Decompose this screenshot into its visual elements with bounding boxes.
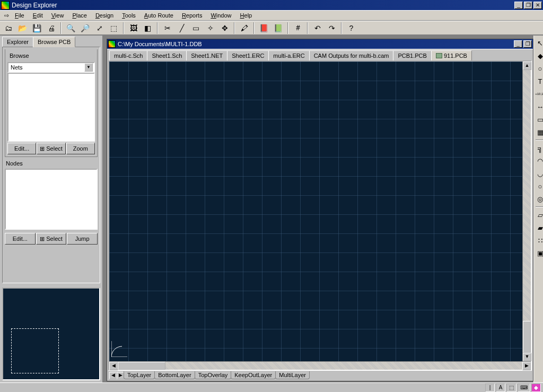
scroll-down-icon[interactable]: ▼ xyxy=(523,353,531,361)
cut-icon[interactable]: ✂ xyxy=(161,22,173,34)
arc-cw-icon[interactable]: ◡ xyxy=(535,168,544,179)
save-icon[interactable]: 💾 xyxy=(31,22,43,34)
zoom-fit-icon[interactable]: ⤢ xyxy=(93,22,106,34)
via-icon[interactable]: ◎ xyxy=(535,194,544,204)
menu-chevron-icon[interactable]: ⇨ xyxy=(2,12,11,19)
lib-icon[interactable]: 📕 xyxy=(258,22,270,34)
dropdown-arrow-icon[interactable]: ▼ xyxy=(84,63,93,72)
pad-icon[interactable]: ○ xyxy=(535,63,544,74)
layer-tab-toplayer[interactable]: TopLayer xyxy=(124,371,155,379)
component-icon[interactable]: ◧ xyxy=(142,22,154,34)
repaint-icon[interactable]: 🖼 xyxy=(127,22,139,34)
menu-reports[interactable]: Reports xyxy=(178,11,207,20)
scroll-right-icon[interactable]: ▶ xyxy=(522,362,531,370)
coord-icon[interactable]: +10,10 xyxy=(535,89,544,99)
browse-dropdown[interactable]: Nets ▼ xyxy=(7,62,95,73)
zoom-out-icon[interactable]: 🔎 xyxy=(79,22,91,34)
fill-icon[interactable]: ◆ xyxy=(535,50,544,61)
doc-tab-pcb1-pcb[interactable]: PCB1.PCB xyxy=(393,50,431,60)
doc-restore-button[interactable]: ❐ xyxy=(523,40,532,48)
poly-pour-icon[interactable]: ▰ xyxy=(535,222,544,233)
minimize-button[interactable]: _ xyxy=(514,2,523,9)
array-icon[interactable]: ∷ xyxy=(535,235,544,246)
layer-tab-topoverlay[interactable]: TopOverlay xyxy=(195,371,232,379)
menu-design[interactable]: Design xyxy=(91,11,118,20)
doc-tab-911-pcb[interactable]: 911.PCB xyxy=(431,50,472,60)
doc-tab-label: Sheet1.NET xyxy=(191,53,223,59)
nodes--select-button[interactable]: ⊞ Select xyxy=(36,233,67,245)
panel-tab-browse-pcb[interactable]: Browse PCB xyxy=(33,37,75,47)
doc-tab-sheet1-net[interactable]: Sheet1.NET xyxy=(186,50,227,60)
nodes-edit--button[interactable]: Edit... xyxy=(5,233,36,245)
print-icon[interactable]: 🖨 xyxy=(45,22,57,34)
status-cell-3[interactable]: ⌨ xyxy=(518,384,530,392)
tree-icon[interactable]: 🗂 xyxy=(2,22,14,34)
layer-tab-keepoutlayer[interactable]: KeepOutLayer xyxy=(231,371,276,379)
menu-place[interactable]: Place xyxy=(68,11,91,20)
h-scroll-thumb[interactable] xyxy=(118,362,165,370)
nodes-listbox[interactable] xyxy=(5,169,98,230)
cursor-icon[interactable]: ↖ xyxy=(535,38,544,48)
menu-help[interactable]: Help xyxy=(236,11,257,20)
menu-window[interactable]: Window xyxy=(206,11,235,20)
browse-edit--button[interactable]: Edit... xyxy=(7,143,36,154)
doc-minimize-button[interactable]: _ xyxy=(514,40,522,48)
doc-tab-multi-c-sch[interactable]: multi-c.Sch xyxy=(109,50,147,60)
zoom-region-icon[interactable]: ⬚ xyxy=(108,22,120,34)
move-icon[interactable]: ✥ xyxy=(218,22,231,34)
open-icon[interactable]: 📂 xyxy=(16,22,29,34)
arc-ccw-icon[interactable]: ◠ xyxy=(535,155,544,166)
circle-icon[interactable]: ○ xyxy=(535,181,544,191)
hatch-icon[interactable]: ▦ xyxy=(535,127,544,137)
nodes-jump-button[interactable]: Jump xyxy=(67,233,98,245)
status-cell-0[interactable]: | xyxy=(485,384,495,392)
horizontal-scrollbar[interactable]: ◀ ▶ xyxy=(109,361,531,370)
text-icon[interactable]: T xyxy=(535,76,544,86)
document-icon xyxy=(108,40,116,48)
vertical-scrollbar[interactable]: ▲ ▼ xyxy=(522,62,531,361)
zoom-in-icon[interactable]: 🔍 xyxy=(65,22,77,34)
menu-file[interactable]: File xyxy=(11,11,29,20)
help-icon[interactable]: ? xyxy=(345,22,357,34)
scroll-up-icon[interactable]: ▲ xyxy=(523,62,531,70)
preview-canvas[interactable] xyxy=(2,288,100,380)
route-icon[interactable]: ╗ xyxy=(535,143,544,153)
layer-nav-next[interactable]: ▶ xyxy=(117,372,124,379)
layer-tab-bottomlayer[interactable]: BottomLayer xyxy=(154,371,195,379)
scroll-left-icon[interactable]: ◀ xyxy=(109,362,118,370)
status-cell-4[interactable]: ◆ xyxy=(531,384,541,392)
panel-tab-explorer[interactable]: Explorer xyxy=(2,37,33,47)
doc-tab-cam-outputs-for-multi-b-cam[interactable]: CAM Outputs for multi-b.cam xyxy=(309,50,394,60)
doc-tab-multi-a-erc[interactable]: multi-a.ERC xyxy=(268,50,309,60)
pcb-canvas[interactable] xyxy=(109,62,522,361)
menu-auto-route[interactable]: Auto Route xyxy=(140,11,178,20)
redo-icon[interactable]: ↷ xyxy=(326,22,338,34)
poly-icon[interactable]: ▱ xyxy=(535,210,544,220)
close-button[interactable]: ✕ xyxy=(533,2,542,9)
select-inside-icon[interactable]: ▭ xyxy=(190,22,202,34)
undo-icon[interactable]: ↶ xyxy=(311,22,323,34)
dim-icon[interactable]: ↔ xyxy=(535,101,544,112)
layer-nav-prev[interactable]: ◀ xyxy=(109,372,117,379)
lib2-icon[interactable]: 📗 xyxy=(272,22,284,34)
v-scroll-thumb[interactable] xyxy=(523,321,531,353)
comp-icon[interactable]: ▣ xyxy=(535,248,544,258)
status-cell-2[interactable]: ⬚ xyxy=(506,384,516,392)
menu-view[interactable]: View xyxy=(47,11,68,20)
maximize-button[interactable]: ❐ xyxy=(524,2,532,9)
browse--select-button[interactable]: ⊞ Select xyxy=(37,143,65,154)
deselect-icon[interactable]: ✧ xyxy=(204,22,216,34)
grid-icon[interactable]: ＃ xyxy=(292,22,304,34)
layer-tab-multilayer[interactable]: MultiLayer xyxy=(275,371,310,379)
menu-tools[interactable]: Tools xyxy=(118,11,140,20)
nets-listbox[interactable] xyxy=(7,73,95,142)
status-cell-1[interactable]: A xyxy=(496,384,505,392)
menu-edit[interactable]: Edit xyxy=(29,11,47,20)
rect-icon[interactable]: ▭ xyxy=(535,114,544,125)
doc-tab-sheet1-erc[interactable]: Sheet1.ERC xyxy=(227,50,269,60)
browse-zoom-button[interactable]: Zoom xyxy=(66,143,95,154)
wire-icon[interactable]: ╱ xyxy=(176,22,188,34)
right-toolbar: ↖◆○T+10,10↔▭▦╗◠◡○◎▱▰∷▣ xyxy=(533,36,543,382)
highlight-icon[interactable]: 🖍 xyxy=(238,22,250,34)
doc-tab-sheet1-sch[interactable]: Sheet1.Sch xyxy=(147,50,187,60)
